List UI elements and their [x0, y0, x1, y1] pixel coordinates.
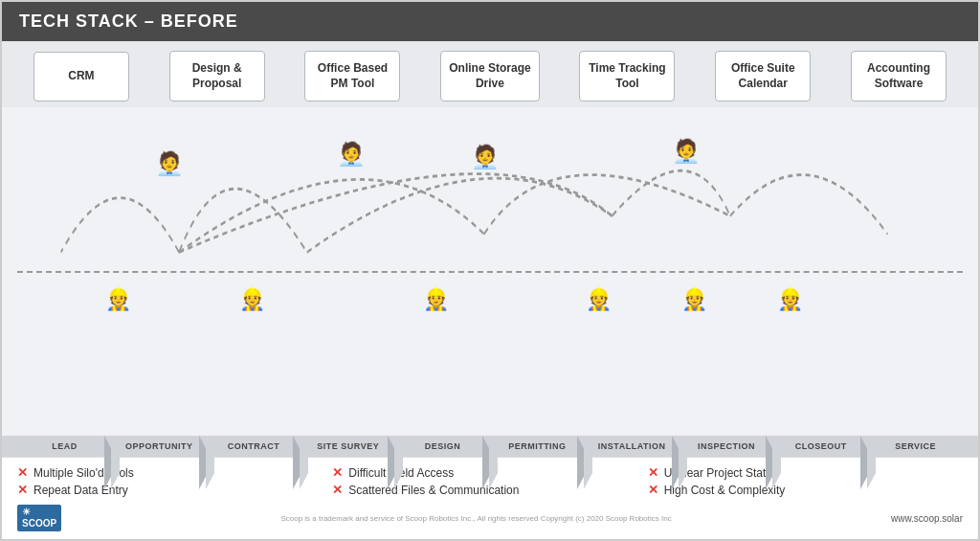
step-service: SERVICE	[868, 436, 963, 457]
footer-url: www.scoop.solar	[891, 513, 963, 524]
middle-section: 🧑‍💼 🧑‍💼 🧑‍💼 🧑‍💼 👷 👷 👷 👷 👷 👷	[2, 107, 978, 436]
footer-item-1: ✕ Multiple Silo'd Tools	[17, 465, 332, 480]
logo-area: ☀ SCOOP	[17, 505, 61, 531]
x-icon-3: ✕	[332, 465, 343, 480]
office-figure-3: 🧑‍💼	[471, 144, 500, 170]
field-figure-3: 👷	[423, 287, 449, 312]
process-row: LEAD OPPORTUNITY CONTRACT SITE SURVEY DE…	[2, 436, 978, 457]
x-icon-2: ✕	[17, 483, 28, 497]
field-figure-6: 👷	[777, 287, 803, 312]
step-permitting: PERMITTING	[490, 436, 585, 457]
tool-online-storage: Online StorageDrive	[440, 51, 539, 101]
main-content: CRM Design &Proposal Office BasedPM Tool…	[2, 41, 978, 539]
page-title: TECH STACK – BEFORE	[19, 11, 238, 31]
footer-item-2: ✕ Repeat Data Entry	[17, 483, 332, 497]
logo: ☀ SCOOP	[17, 505, 61, 531]
footer-bottom: ☀ SCOOP Scoop is a trademark and service…	[17, 503, 963, 531]
field-figure-2: 👷	[239, 287, 265, 312]
x-icon-1: ✕	[17, 465, 28, 480]
step-site-survey: SITE SURVEY	[301, 436, 395, 457]
step-closeout: CLOSEOUT	[773, 436, 868, 457]
office-figure-4: 🧑‍💼	[672, 138, 701, 165]
step-opportunity: OPPORTUNITY	[112, 436, 207, 457]
field-figure-4: 👷	[586, 287, 612, 312]
tools-row: CRM Design &Proposal Office BasedPM Tool…	[17, 51, 963, 101]
x-icon-4: ✕	[332, 483, 343, 497]
office-figure-2: 🧑‍💼	[337, 141, 366, 168]
tool-office-pm: Office BasedPM Tool	[304, 51, 400, 101]
footer-col-3: ✕ Unclear Project Status ✕ High Cost & C…	[648, 465, 963, 497]
step-installation: INSTALLATION	[585, 436, 679, 457]
office-figure-1: 🧑‍💼	[155, 150, 184, 177]
footer-copyright: Scoop is a trademark and service of Scoo…	[280, 514, 671, 523]
field-figure-1: 👷	[105, 287, 131, 312]
page-header: TECH STACK – BEFORE	[2, 2, 978, 41]
logo-line1: ☀	[22, 507, 56, 518]
tool-design-proposal: Design &Proposal	[169, 51, 265, 101]
lower-half: 👷 👷 👷 👷 👷 👷	[2, 273, 978, 436]
field-figure-5: 👷	[681, 287, 707, 312]
tool-accounting: AccountingSoftware	[851, 51, 947, 101]
tool-time-tracking: Time TrackingTool	[579, 51, 675, 101]
footer-item-6: ✕ High Cost & Complexity	[648, 483, 963, 497]
logo-line2: SCOOP	[22, 518, 56, 530]
step-design: DESIGN	[395, 436, 490, 457]
tools-section: CRM Design &Proposal Office BasedPM Tool…	[2, 41, 978, 107]
footer-item-5: ✕ Unclear Project Status	[648, 465, 963, 480]
step-contract: CONTRACT	[207, 436, 301, 457]
step-lead: LEAD	[17, 436, 112, 457]
step-inspection: INSPECTION	[679, 436, 774, 457]
curved-lines-svg	[2, 107, 978, 270]
app-container: TECH STACK – BEFORE CRM Design &Proposal…	[0, 0, 980, 541]
footer-col-1: ✕ Multiple Silo'd Tools ✕ Repeat Data En…	[17, 465, 332, 497]
x-icon-6: ✕	[648, 483, 658, 497]
x-icon-5: ✕	[648, 465, 658, 480]
tool-crm: CRM	[33, 52, 129, 101]
tool-office-suite: Office SuiteCalendar	[715, 51, 811, 101]
upper-half: 🧑‍💼 🧑‍💼 🧑‍💼 🧑‍💼	[2, 107, 978, 270]
